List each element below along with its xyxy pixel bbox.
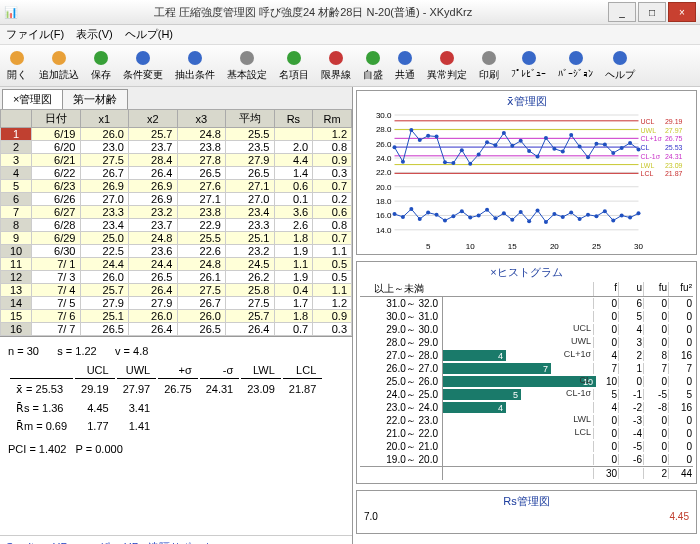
svg-point-8 [366,51,380,65]
svg-point-75 [519,139,523,143]
svg-point-3 [136,51,150,65]
svg-point-117 [620,213,624,217]
svg-point-106 [527,219,531,223]
svg-text:24.31: 24.31 [665,153,683,160]
hist-row: 29.0～ 30.0UCL0400 [360,323,693,336]
svg-point-119 [637,211,641,215]
svg-text:20: 20 [550,242,559,251]
data-table[interactable]: 日付x1x2x3平均RsRm16/1926.025.724.825.51.226… [0,109,352,336]
svg-text:24.0: 24.0 [376,154,392,163]
stats-panel: n = 30 s = 1.22 v = 4.8 UCLUWL+σ-σLWLLCL… [0,336,352,463]
svg-point-83 [586,155,590,159]
svg-point-0 [10,51,24,65]
svg-point-110 [561,215,565,219]
menu-file[interactable]: ファイル(F) [6,27,64,42]
svg-point-81 [569,133,573,137]
svg-point-64 [426,134,430,138]
svg-text:28.0: 28.0 [376,125,392,134]
svg-point-92 [409,207,413,211]
svg-text:14.0: 14.0 [376,226,392,235]
hist-row: 19.0～ 20.00-600 [360,453,693,466]
svg-text:23.09: 23.09 [665,162,683,169]
svg-text:22.0: 22.0 [376,168,392,177]
svg-point-104 [510,218,514,222]
svg-text:18.0: 18.0 [376,197,392,206]
svg-point-74 [510,144,514,148]
svg-point-72 [493,143,497,147]
toolbar-cond[interactable]: 条件変更 [120,48,166,83]
svg-point-67 [451,161,455,165]
toolbar-save[interactable]: 保存 [88,48,114,83]
svg-text:CL+1σ: CL+1σ [641,135,663,142]
histogram-panel: ×ヒストグラム 以上～未満 fufufu² 31.0～ 32.0060030.0… [356,261,697,484]
toolbar-open[interactable]: 開く [4,48,30,83]
svg-point-118 [628,216,632,220]
svg-point-80 [561,150,565,154]
toolbar-addload[interactable]: 追加読込 [36,48,82,83]
svg-point-103 [502,211,506,215]
tab-first-age[interactable]: 第一材齢 [62,89,128,109]
svg-point-79 [552,147,556,151]
hist-row: 27.0～ 28.04CL+1σ42816 [360,349,693,362]
svg-point-111 [569,211,573,215]
toolbar-preview[interactable]: ﾌﾟﾚﾋﾞｭｰ [508,48,549,83]
hist-row: 23.0～ 24.044-2-816 [360,401,693,414]
hist-row: 21.0～ 22.0LCL0-400 [360,427,693,440]
toolbar-names[interactable]: 名項目 [276,48,312,83]
toolbar-auto[interactable]: 自盛 [360,48,386,83]
svg-point-65 [435,135,439,139]
tab-xchart[interactable]: ×管理図 [2,89,63,109]
svg-point-4 [188,51,202,65]
svg-point-100 [477,213,481,217]
toolbar-limits[interactable]: 限界線 [318,48,354,83]
svg-point-14 [613,51,627,65]
toolbar-abnorm[interactable]: 異常判定 [424,48,470,83]
svg-point-91 [401,215,405,219]
svg-point-114 [594,214,598,218]
svg-text:25: 25 [592,242,601,251]
svg-text:30.0: 30.0 [376,111,392,120]
svg-text:CL-1σ: CL-1σ [641,153,661,160]
minimize-button[interactable]: _ [608,2,636,22]
svg-point-60 [393,145,397,149]
svg-point-73 [502,131,506,135]
toolbar-basic[interactable]: 基本設定 [224,48,270,83]
svg-point-62 [409,128,413,132]
toolbar-helpbtn[interactable]: ヘルプ [602,48,638,83]
footer-links: Sumitem HP : ユーザー HP : 遠隔サポート [0,535,352,544]
window-title: 工程 圧縮強度管理図 呼び強度24 材齢28日 N-20(普通) - XKydK… [18,5,608,20]
maximize-button[interactable]: □ [638,2,666,22]
toolbar-print[interactable]: 印刷 [476,48,502,83]
menu-help[interactable]: ヘルプ(H) [125,27,173,42]
svg-point-115 [603,209,607,213]
svg-point-70 [477,152,481,156]
svg-point-9 [398,51,412,65]
svg-point-93 [418,217,422,221]
svg-point-69 [468,162,472,166]
svg-text:25.53: 25.53 [665,144,683,151]
svg-point-12 [522,51,536,65]
svg-point-97 [451,214,455,218]
svg-point-2 [94,51,108,65]
svg-point-6 [287,51,301,65]
svg-point-89 [637,147,641,151]
svg-text:10: 10 [466,242,475,251]
svg-point-113 [586,213,590,217]
hist-row: 30.0～ 31.00500 [360,310,693,323]
toolbar-extract[interactable]: 抽出条件 [172,48,218,83]
hist-row: 26.0～ 27.077177 [360,362,693,375]
svg-point-96 [443,218,447,222]
svg-point-105 [519,210,523,214]
menu-view[interactable]: 表示(V) [76,27,113,42]
svg-point-102 [493,216,497,220]
close-button[interactable]: × [668,2,696,22]
toolbar-common[interactable]: 共通 [392,48,418,83]
toolbar-version[interactable]: ﾊﾞｰｼﾞｮﾝ [555,48,596,83]
svg-text:15: 15 [508,242,517,251]
svg-text:5: 5 [426,242,431,251]
svg-point-7 [329,51,343,65]
svg-point-10 [440,51,454,65]
svg-text:30: 30 [634,242,643,251]
svg-text:26.0: 26.0 [376,140,392,149]
svg-point-94 [426,211,430,215]
